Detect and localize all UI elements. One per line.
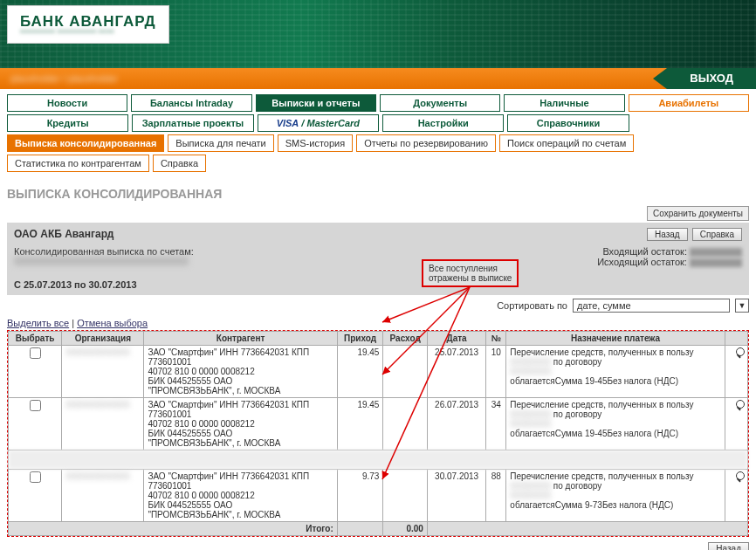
cell-income: 19.45 <box>337 398 383 450</box>
main-menu-area: Новости Балансы Intraday Выписки и отчет… <box>0 89 756 180</box>
cell-date: 25.07.2013 <box>427 346 485 398</box>
menu-statements[interactable]: Выписки и отчеты <box>256 94 376 112</box>
sub-reserve[interactable]: Отчеты по резервированию <box>356 134 496 152</box>
exit-button[interactable]: ВЫХОД <box>667 68 756 89</box>
breadcrumb: placeholder / placeholder <box>10 73 118 84</box>
menu-visa[interactable]: VISA / MasterCard <box>258 114 379 132</box>
cell-number: 10 <box>486 346 506 398</box>
col-org: Организация <box>62 332 144 346</box>
col-action <box>725 332 747 346</box>
annotation-callout: Все поступления отражены в выписке <box>422 259 519 287</box>
bank-logo: БАНК АВАНГАРД XXXXXXXXX XXXXXXXXXX XXXX <box>7 5 169 44</box>
cell-expense <box>383 398 427 450</box>
magnify-icon[interactable] <box>730 400 742 412</box>
consolidated-label: Консолидированная выписка по счетам: <box>14 246 597 257</box>
in-balance-row: Входящий остаток: <box>597 246 742 257</box>
menu-airtickets[interactable]: Авиабилеты <box>629 94 749 112</box>
cell-purpose: Перечисление средств, полученных в польз… <box>506 470 725 522</box>
help-button[interactable]: Справка <box>692 228 742 241</box>
col-income: Приход <box>337 332 383 346</box>
sub-sms[interactable]: SMS-история <box>278 134 353 152</box>
menu-salary[interactable]: Зарплатные проекты <box>132 114 253 132</box>
menu-settings[interactable]: Настройки <box>382 114 504 132</box>
sub-statistics[interactable]: Статистика по контрагентам <box>7 155 149 172</box>
totals-expense: 0.00 <box>383 522 427 536</box>
menu-cash[interactable]: Наличные <box>504 94 624 112</box>
save-documents-button[interactable]: Сохранить документы <box>647 206 749 221</box>
cell-income: 19.45 <box>337 346 383 398</box>
sub-consolidated[interactable]: Выписка консолидированная <box>7 134 164 152</box>
col-select: Выбрать <box>9 332 62 346</box>
cell-counterparty: ЗАО "Смартфин" ИНН 7736642031 КПП7736010… <box>144 346 337 398</box>
cell-counterparty: ЗАО "Смартфин" ИНН 7736642031 КПП7736010… <box>144 398 337 450</box>
cell-date: 30.07.2013 <box>427 470 485 522</box>
bank-name: ОАО АКБ Авангард <box>14 228 113 241</box>
cell-income: 9.73 <box>337 470 383 522</box>
cell-expense <box>383 470 427 522</box>
sub-search-ops[interactable]: Поиск операций по счетам <box>499 134 634 152</box>
sort-dropdown-icon[interactable]: ▼ <box>735 299 749 313</box>
top-orange-bar: placeholder / placeholder ВЫХОД <box>0 68 756 89</box>
select-all-link[interactable]: Выделить все <box>7 318 69 328</box>
col-purpose: Назначение платежа <box>506 332 725 346</box>
col-counterparty: Контрагент <box>144 332 337 346</box>
col-date: Дата <box>427 332 485 346</box>
logo-text: БАНК АВАНГАРД <box>20 13 156 31</box>
sub-print[interactable]: Выписка для печати <box>168 134 273 152</box>
row-checkbox[interactable] <box>30 347 41 359</box>
menu-documents[interactable]: Документы <box>380 94 500 112</box>
cell-expense <box>383 346 427 398</box>
info-panel: ОАО АКБ Авангард Назад Справка Консолиди… <box>7 223 749 295</box>
menu-credits[interactable]: Кредиты <box>7 114 128 132</box>
table-row: XXXXXXXXXXXЗАО "Смартфин" ИНН 7736642031… <box>9 398 748 450</box>
table-row: XXXXXXXXXXXЗАО "Смартфин" ИНН 7736642031… <box>9 470 748 522</box>
row-checkbox[interactable] <box>30 400 41 411</box>
cell-number: 34 <box>486 398 506 450</box>
sort-label: Сортировать по <box>497 300 567 311</box>
out-balance-row: Исходящий остаток: <box>597 257 742 267</box>
magnify-icon[interactable] <box>730 471 742 484</box>
back-button[interactable]: Назад <box>647 228 688 241</box>
menu-news[interactable]: Новости <box>7 94 127 112</box>
transactions-table: Выбрать Организация Контрагент Приход Ра… <box>7 330 749 537</box>
col-number: № <box>486 332 506 346</box>
cancel-selection-link[interactable]: Отмена выбора <box>77 318 148 328</box>
magnify-icon[interactable] <box>730 347 742 360</box>
cell-number: 88 <box>486 470 506 522</box>
footer-back-button[interactable]: Назад <box>708 542 749 550</box>
menu-dictionaries[interactable]: Справочники <box>507 114 629 132</box>
col-expense: Расход <box>383 332 427 346</box>
cell-date: 26.07.2013 <box>427 398 485 450</box>
exit-wrap: ВЫХОД <box>667 68 756 89</box>
app-banner: БАНК АВАНГАРД XXXXXXXXX XXXXXXXXXX XXXX <box>0 0 756 68</box>
sort-select[interactable]: дате, сумме <box>573 299 730 313</box>
menu-balances[interactable]: Балансы Intraday <box>131 94 251 112</box>
sub-help[interactable]: Справка <box>153 155 206 172</box>
row-checkbox[interactable] <box>30 471 41 483</box>
totals-label: Итого: <box>9 522 338 536</box>
cell-purpose: Перечисление средств, полученных в польз… <box>506 398 725 450</box>
page-title: ВЫПИСКА КОНСОЛИДИРОВАННАЯ <box>0 180 756 204</box>
cell-counterparty: ЗАО "Смартфин" ИНН 7736642031 КПП7736010… <box>144 470 337 522</box>
cell-purpose: Перечисление средств, полученных в польз… <box>506 346 725 398</box>
table-row: XXXXXXXXXXXЗАО "Смартфин" ИНН 7736642031… <box>9 346 748 398</box>
